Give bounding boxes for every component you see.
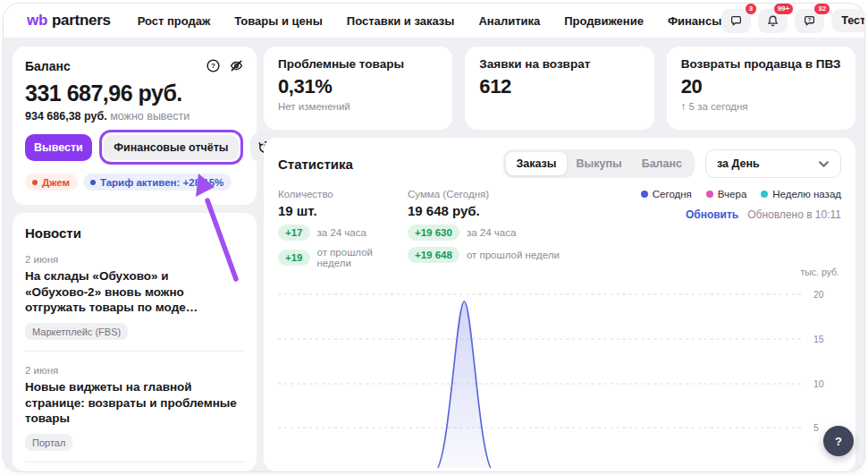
series-today-area: [434, 301, 494, 468]
floating-help-button[interactable]: ?: [823, 426, 854, 456]
y-tick-10: 10: [813, 378, 824, 389]
tab-buyouts[interactable]: Выкупы: [567, 152, 632, 175]
card-title: Возвраты продавца в ПВЗ: [681, 57, 841, 71]
card-value: 0,31%: [278, 75, 438, 98]
delta-text: за 24 часа: [317, 227, 367, 238]
quantity-block: Количество 19 шт. +17 за 24 часа +19 от …: [278, 189, 408, 268]
updated-timestamp: Обновлено в 10:11: [747, 208, 841, 221]
statistics-card: Статистика Заказы Выкупы Баланс за День …: [264, 138, 855, 471]
card-note: Нет изменений: [278, 101, 438, 112]
legend-refresh-block: Сегодня Вчера Неделю назад: [641, 189, 841, 268]
main-content: Баланс ? 331 687,96 руб. 934 686,38 руб.…: [13, 47, 855, 471]
period-value: за День: [717, 157, 760, 170]
financial-reports-button[interactable]: Финансовые отчёты: [104, 135, 238, 160]
statistics-tabs: Заказы Выкупы Баланс: [503, 149, 695, 178]
quantity-value: 19 шт.: [278, 203, 408, 218]
withdrawable-note: можно вывести: [110, 110, 190, 123]
quantity-label: Количество: [278, 189, 408, 199]
wb-partners-logo[interactable]: wbpartners: [27, 12, 111, 30]
news-title: Новости: [25, 225, 244, 241]
app-window: wbpartners Рост продаж Товары и цены Пос…: [4, 4, 864, 471]
period-select[interactable]: за День: [705, 149, 841, 178]
news-headline: На склады «Обухово» и «Обухово-2» вновь …: [25, 268, 244, 316]
y-tick-5: 5: [813, 422, 819, 433]
support-badge: 32: [813, 4, 830, 15]
legend-label: Вчера: [718, 189, 746, 199]
account-menu[interactable]: Тест1: [831, 9, 864, 32]
logo-wb: wb: [27, 12, 47, 30]
legend-label: Неделю назад: [772, 189, 841, 199]
legend-dot-today: [641, 191, 648, 198]
news-divider: [25, 462, 244, 462]
chevron-down-icon: [818, 158, 830, 170]
nav-item-sales-growth[interactable]: Рост продаж: [138, 14, 211, 28]
card-note-text: 5 за сегодня: [689, 101, 748, 112]
legend-dot-week-ago: [761, 191, 768, 198]
problem-goods-card[interactable]: Проблемные товары 0,31% Нет изменений: [264, 47, 452, 130]
delta-badge: +19 648: [408, 247, 459, 263]
news-item[interactable]: 2 июня Новые виджеты на главной странице…: [25, 365, 244, 451]
card-value: 20: [681, 75, 841, 98]
jam-badge[interactable]: Джем: [25, 174, 78, 191]
top-nav-bar: wbpartners Рост продаж Товары и цены Пос…: [4, 4, 864, 38]
delta-badge: +17: [278, 225, 310, 241]
seller-returns-card[interactable]: Возвраты продавца в ПВЗ 20 ↑ 5 за сегодн…: [667, 47, 855, 130]
svg-text:?: ?: [211, 62, 215, 70]
sum-label: Сумма (Сегодня): [408, 189, 586, 199]
y-tick-15: 15: [813, 334, 824, 344]
news-item[interactable]: 2 июня На склады «Обухово» и «Обухово-2»…: [25, 254, 244, 340]
left-column: Баланс ? 331 687,96 руб. 934 686,38 руб.…: [13, 47, 257, 471]
tariff-label: Тариф активен: +28,15%: [100, 177, 223, 188]
nav-item-supplies-orders[interactable]: Поставки и заказы: [347, 14, 455, 28]
y-axis-unit: тыс. руб.: [800, 267, 839, 277]
notifications-button[interactable]: 99+: [758, 9, 788, 33]
withdraw-button[interactable]: Вывести: [25, 134, 92, 161]
tab-balance[interactable]: Баланс: [632, 152, 692, 175]
logo-partners: partners: [52, 12, 111, 30]
card-title: Заявки на возврат: [479, 57, 639, 71]
card-note: ↑ 5 за сегодня: [681, 101, 841, 112]
svg-text:?: ?: [808, 16, 812, 21]
help-bubble-icon: ?: [803, 14, 816, 28]
tariff-dot: [90, 180, 96, 185]
delta-text: от прошлой недели: [467, 250, 560, 260]
card-title: Проблемные товары: [278, 57, 438, 71]
news-card: Новости 2 июня На склады «Обухово» и «Об…: [13, 213, 257, 471]
nav-item-goods-prices[interactable]: Товары и цены: [234, 14, 323, 28]
legend-week-ago: Неделю назад: [761, 189, 841, 199]
chart-canvas: тыс. руб. 20 15 10 5: [278, 264, 841, 468]
chat-badge: 3: [745, 4, 757, 15]
support-button[interactable]: ? 32: [795, 9, 824, 33]
nav-item-promotion[interactable]: Продвижение: [564, 14, 644, 28]
chat-button[interactable]: 3: [721, 9, 751, 33]
notifications-badge: 99+: [773, 4, 795, 15]
tab-orders[interactable]: Заказы: [506, 152, 566, 175]
news-date: 2 июня: [25, 254, 244, 265]
help-circle-icon[interactable]: ?: [206, 58, 221, 73]
news-date: 2 июня: [25, 365, 244, 376]
legend-today: Сегодня: [641, 189, 692, 199]
news-tag: Портал: [25, 434, 72, 451]
right-column: Проблемные товары 0,31% Нет изменений За…: [264, 47, 855, 471]
delta-text: за 24 часа: [467, 227, 516, 238]
refresh-link[interactable]: Обновить: [686, 208, 738, 221]
tariff-badge[interactable]: Тариф активен: +28,15%: [83, 174, 232, 191]
sum-block: Сумма (Сегодня) 19 648 руб. +19 630 за 2…: [408, 189, 586, 268]
sum-value: 19 648 руб.: [408, 203, 586, 218]
chart-legend: Сегодня Вчера Неделю назад: [641, 189, 841, 199]
eye-off-icon[interactable]: [229, 58, 244, 73]
up-arrow-icon: ↑: [681, 101, 687, 112]
withdrawable-amount: 934 686,38 руб.: [25, 110, 107, 123]
help-question-mark: ?: [835, 435, 842, 448]
statistics-title: Статистика: [278, 157, 353, 172]
news-tag: Маркетплейс (FBS): [25, 323, 128, 340]
nav-item-finance[interactable]: Финансы: [668, 14, 721, 28]
nav-item-analytics[interactable]: Аналитика: [478, 14, 540, 28]
y-tick-20: 20: [813, 289, 824, 300]
return-requests-card[interactable]: Заявки на возврат 612: [465, 47, 653, 130]
orders-chart[interactable]: тыс. руб. 20 15 10 5: [278, 264, 841, 468]
account-name: Тест1: [841, 14, 864, 27]
news-divider: [25, 351, 244, 352]
legend-dot-yesterday: [706, 191, 713, 198]
legend-yesterday: Вчера: [706, 189, 746, 199]
